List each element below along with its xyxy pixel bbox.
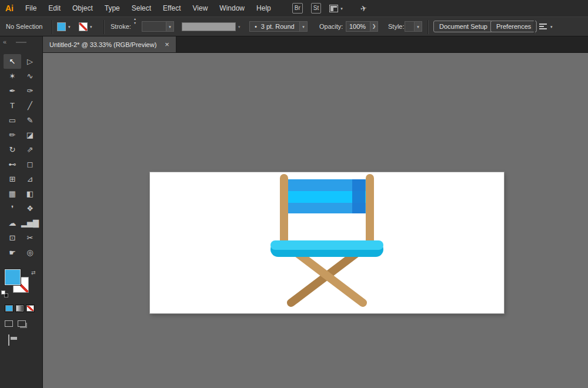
gradient-tool[interactable]: ◧ <box>21 186 39 201</box>
screen-mode <box>8 335 9 346</box>
artboard-tool[interactable]: ⊡ <box>4 230 21 245</box>
separator <box>52 20 52 34</box>
none-button[interactable] <box>26 305 35 312</box>
column-graph-tool[interactable]: ▂▅▇ <box>21 216 39 230</box>
opacity-more-button[interactable]: ❯ <box>370 21 378 32</box>
director-chair-artwork[interactable] <box>150 172 504 313</box>
stroke-color-swatch[interactable] <box>79 17 88 36</box>
rotate-tool[interactable]: ↻ <box>4 142 21 157</box>
drawing-mode-buttons <box>5 320 26 327</box>
uniform-profile-preview <box>182 22 236 31</box>
draw-behind-icon[interactable] <box>18 320 26 327</box>
document-tab[interactable]: Untitled-2* @ 33.33% (RGB/Preview) × <box>43 36 176 52</box>
lasso-tool[interactable]: ∿ <box>21 69 39 83</box>
default-fill-chip <box>1 290 5 295</box>
chevron-down-icon: ▾ <box>417 25 419 29</box>
stroke-weight-field[interactable]: ▾ <box>142 17 174 36</box>
fill-indicator[interactable] <box>5 269 21 285</box>
align-options[interactable]: ▾ <box>539 17 553 36</box>
menu-effect[interactable]: Effect <box>157 4 186 12</box>
menu-window[interactable]: Window <box>213 4 250 12</box>
tab-bar-empty <box>176 36 588 52</box>
stock-button[interactable]: St <box>311 3 321 14</box>
tools-palette: ↖ ▷ ✶ ∿ ✒ ✑ T ╱ ▭ ✎ ✏ ◪ ↻ ⇗ ⊷ ◻ ⊞ ⊿ ▦ ◧ … <box>4 54 39 260</box>
stepper-up-icon[interactable]: ▴ <box>134 17 136 21</box>
swap-fill-stroke-icon[interactable]: ⇄ <box>31 270 36 276</box>
menu-file[interactable]: File <box>19 4 42 12</box>
menu-type[interactable]: Type <box>99 4 126 12</box>
share-icon[interactable]: ✈ <box>359 4 368 14</box>
default-fill-stroke-icon[interactable] <box>1 290 9 298</box>
style-preview <box>405 21 415 32</box>
menu-edit[interactable]: Edit <box>42 4 66 12</box>
menu-help[interactable]: Help <box>250 4 277 12</box>
paintbrush-tool[interactable]: ✎ <box>21 113 39 128</box>
curvature-tool[interactable]: ✑ <box>21 83 39 98</box>
menu-view[interactable]: View <box>187 4 214 12</box>
change-screen-mode-icon[interactable] <box>8 335 9 346</box>
backrest-shadow <box>352 179 365 213</box>
document-tab-bar: Untitled-2* @ 33.33% (RGB/Preview) × <box>43 36 588 53</box>
menu-object[interactable]: Object <box>66 4 99 12</box>
stroke-weight-label: Stroke: <box>111 17 131 36</box>
close-icon[interactable]: × <box>165 41 169 48</box>
free-transform-tool[interactable]: ◻ <box>21 157 39 172</box>
perspective-grid-tool[interactable]: ⊿ <box>21 172 39 186</box>
bridge-button[interactable]: Br <box>292 3 303 14</box>
brush-dropdown-button[interactable]: ▾ <box>300 21 308 32</box>
zoom-tool[interactable]: ◎ <box>21 245 39 260</box>
canvas[interactable] <box>43 53 588 388</box>
width-tool[interactable]: ⊷ <box>4 157 21 172</box>
separator <box>103 20 104 34</box>
menu-select[interactable]: Select <box>126 4 157 12</box>
style-dropdown-button[interactable]: ▾ <box>415 21 422 32</box>
stroke-weight-value <box>142 21 166 32</box>
eraser-tool[interactable]: ◪ <box>21 128 39 142</box>
chevron-down-icon: ▾ <box>68 25 71 29</box>
stepper-down-icon[interactable]: ▾ <box>134 21 136 25</box>
hand-tool[interactable]: ☛ <box>4 245 21 260</box>
mesh-tool[interactable]: ▦ <box>4 186 21 201</box>
workspace-switcher[interactable]: ▾ <box>329 5 343 12</box>
stroke-weight-stepper[interactable]: ▴ ▾ <box>134 17 136 36</box>
stroke-weight-dropdown[interactable]: ▾ <box>166 21 174 32</box>
stroke-color-dropdown[interactable]: ▾ <box>90 17 92 36</box>
document-setup-button[interactable]: Document Setup <box>433 21 493 32</box>
chevron-down-icon: ▾ <box>550 25 553 29</box>
brush-preview-icon: • <box>255 24 257 30</box>
slice-tool[interactable]: ✂ <box>21 230 39 245</box>
scale-tool[interactable]: ⇗ <box>21 142 39 157</box>
opacity-field[interactable]: 100% ❯ <box>346 17 378 36</box>
rectangle-tool[interactable]: ▭ <box>4 113 21 128</box>
magic-wand-tool[interactable]: ✶ <box>4 69 21 83</box>
control-bar: No Selection ▾ ▾ Stroke: ▴ ▾ ▾ ▾ • 3 pt.… <box>0 16 588 36</box>
symbol-sprayer-tool[interactable]: ☁ <box>4 216 21 230</box>
gradient-button[interactable] <box>15 305 24 312</box>
style-label: Style: <box>388 17 405 36</box>
chevron-right-icon: ❯ <box>372 24 376 29</box>
chevron-down-icon: ▾ <box>340 6 343 11</box>
line-segment-tool[interactable]: ╱ <box>21 98 39 113</box>
shape-builder-tool[interactable]: ⊞ <box>4 172 21 186</box>
preferences-button[interactable]: Preferences <box>490 21 537 32</box>
style-dropdown[interactable]: ▾ <box>405 17 422 36</box>
fill-color-dropdown[interactable]: ▾ <box>68 17 71 36</box>
selection-tool[interactable]: ↖ <box>4 54 21 69</box>
type-tool[interactable]: T <box>4 98 21 113</box>
panel-grip[interactable] <box>16 42 26 43</box>
eyedropper-tool[interactable]: ❜ <box>4 201 21 216</box>
brush-name: 3 pt. Round <box>261 23 295 30</box>
blend-tool[interactable]: ❖ <box>21 201 39 216</box>
menubar-quick-actions: Br St ▾ ✈ <box>292 3 367 14</box>
fill-color-swatch[interactable] <box>57 17 66 36</box>
artboard[interactable] <box>150 172 504 313</box>
draw-normal-icon[interactable] <box>5 320 13 327</box>
width-profile-dropdown[interactable]: ▾ <box>182 17 240 36</box>
collapse-panel-icon[interactable]: « <box>3 38 5 45</box>
chevron-down-icon: ▾ <box>302 25 305 29</box>
color-button[interactable] <box>5 305 14 312</box>
shaper-tool[interactable]: ✏ <box>4 128 21 142</box>
pen-tool[interactable]: ✒ <box>4 83 21 98</box>
brush-definition-dropdown[interactable]: • 3 pt. Round ▾ <box>249 17 308 36</box>
direct-selection-tool[interactable]: ▷ <box>21 54 39 69</box>
